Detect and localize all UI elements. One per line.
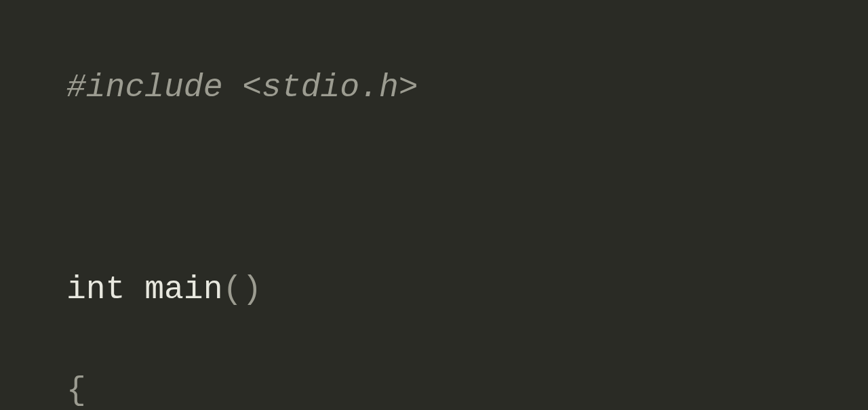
space [125, 271, 144, 308]
code-line-include: #include <stdio.h> [66, 62, 868, 112]
keyword-int: int [66, 271, 125, 308]
parentheses: () [222, 271, 262, 308]
identifier-main: main [144, 271, 222, 308]
brace-open: { [66, 372, 86, 409]
code-block: #include <stdio.h> int main() { printf("… [0, 0, 868, 410]
code-line-main-decl: int main() [66, 264, 868, 314]
code-line-brace-open: { [66, 365, 868, 410]
code-line-blank [66, 163, 868, 213]
preprocessor-directive: #include <stdio.h> [66, 69, 418, 106]
